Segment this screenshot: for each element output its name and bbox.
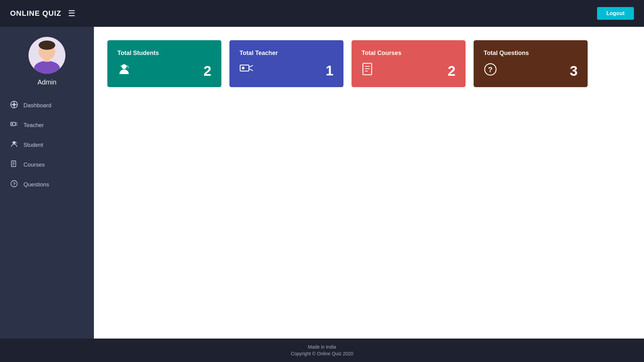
sidebar-item-questions[interactable]: ? Questions <box>0 175 94 194</box>
stat-students-count: 2 <box>204 63 211 79</box>
stat-teacher-icon <box>239 63 254 78</box>
svg-point-13 <box>12 123 13 125</box>
sidebar-item-dashboard[interactable]: Dashboard <box>0 96 94 115</box>
stat-students-title: Total Students <box>117 50 211 57</box>
hamburger-icon[interactable]: ☰ <box>68 9 75 18</box>
navbar-left: ONLINE QUIZ ☰ <box>10 9 75 18</box>
stat-questions-icon: ? <box>484 63 497 79</box>
stat-card-students: Total Students 2 <box>107 40 221 87</box>
svg-point-0 <box>34 61 60 74</box>
avatar <box>29 37 65 74</box>
svg-line-12 <box>15 124 17 125</box>
svg-rect-3 <box>44 58 50 62</box>
stat-courses-title: Total Courses <box>362 50 455 57</box>
stat-courses-icon <box>362 63 374 79</box>
svg-line-28 <box>249 69 253 71</box>
stat-students-icon <box>117 63 131 79</box>
stat-questions-title: Total Questions <box>484 50 578 57</box>
stat-card-teacher: Total Teacher 1 <box>229 40 343 87</box>
svg-point-5 <box>13 103 15 106</box>
avatar-icon <box>29 37 65 74</box>
stat-courses-count: 2 <box>448 63 455 79</box>
sidebar-item-teacher[interactable]: Teacher <box>0 115 94 135</box>
sidebar-item-student-label: Student <box>23 142 43 148</box>
sidebar-item-courses-label: Courses <box>23 162 45 168</box>
sidebar-item-courses[interactable]: Courses <box>0 155 94 175</box>
footer-line2: Copyright © Online Quiz 2020 <box>291 351 353 356</box>
stat-teacher-bottom: 1 <box>239 63 333 79</box>
dashboard-icon <box>10 101 18 110</box>
footer: Made in India Copyright © Online Quiz 20… <box>0 339 644 362</box>
sidebar-nav: Dashboard Teacher <box>0 96 94 194</box>
sidebar-item-dashboard-label: Dashboard <box>23 102 51 109</box>
stat-teacher-title: Total Teacher <box>239 50 333 57</box>
stat-card-questions: Total Questions ? 3 <box>474 40 588 87</box>
main-content: Total Students 2 To <box>94 27 644 339</box>
svg-text:?: ? <box>488 65 492 74</box>
footer-line1: Made in India <box>308 344 336 350</box>
sidebar-item-student[interactable]: Student <box>0 135 94 155</box>
layout: Admin Dashboard <box>0 27 644 339</box>
logout-button[interactable]: Logout <box>597 7 634 20</box>
svg-marker-24 <box>120 64 128 68</box>
svg-marker-15 <box>12 141 16 143</box>
admin-label: Admin <box>38 78 57 86</box>
stat-card-courses: Total Courses 2 <box>352 40 466 87</box>
stats-grid: Total Students 2 To <box>107 40 631 87</box>
courses-icon <box>10 160 18 169</box>
stat-students-bottom: 2 <box>117 63 211 79</box>
stat-questions-count: 3 <box>570 63 578 79</box>
navbar: ONLINE QUIZ ☰ Logout <box>0 0 644 27</box>
svg-line-27 <box>249 65 253 67</box>
brand-title: ONLINE QUIZ <box>10 9 61 18</box>
questions-icon: ? <box>10 180 18 189</box>
sidebar: Admin Dashboard <box>0 27 94 339</box>
sidebar-item-teacher-label: Teacher <box>23 122 44 129</box>
stat-courses-bottom: 2 <box>362 63 455 79</box>
sidebar-item-questions-label: Questions <box>23 181 49 188</box>
svg-text:?: ? <box>13 181 16 186</box>
stat-questions-bottom: ? 3 <box>484 63 578 79</box>
svg-point-29 <box>242 67 245 69</box>
stat-teacher-count: 1 <box>326 63 333 79</box>
teacher-icon <box>10 121 18 130</box>
svg-point-2 <box>39 41 55 50</box>
svg-line-11 <box>15 123 17 124</box>
student-icon <box>10 140 18 149</box>
